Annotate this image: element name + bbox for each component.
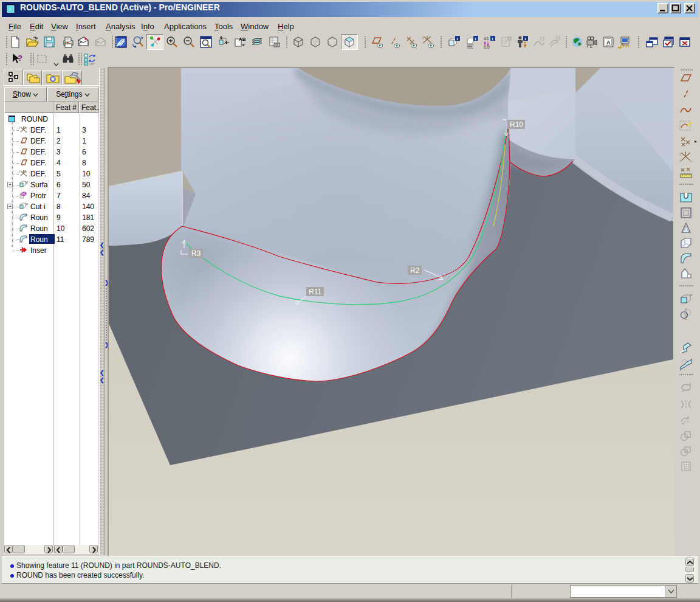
svg-text:x: x [26,174,27,178]
svg-text:z: z [679,159,681,163]
svg-text:d1: d1 [484,36,489,41]
svg-text:i: i [525,36,526,41]
svg-text:R3: R3 [191,249,201,258]
svg-text:R2: R2 [410,266,420,275]
svg-text:x: x [690,159,692,163]
svg-text:?: ? [18,54,22,63]
svg-text:0.0: 0.0 [484,45,490,49]
svg-text:i: i [492,36,493,41]
svg-text:A: A [606,40,611,46]
svg-text:y: y [679,152,681,156]
svg-text:R10: R10 [510,120,523,129]
svg-text:x: x [26,130,27,134]
svg-text:R11: R11 [309,288,321,296]
svg-text:i: i [457,36,458,41]
svg-text:y: y [19,169,21,173]
svg-text:AB: AB [239,36,246,42]
svg-text:i: i [475,36,476,41]
svg-text:y: y [19,125,21,129]
